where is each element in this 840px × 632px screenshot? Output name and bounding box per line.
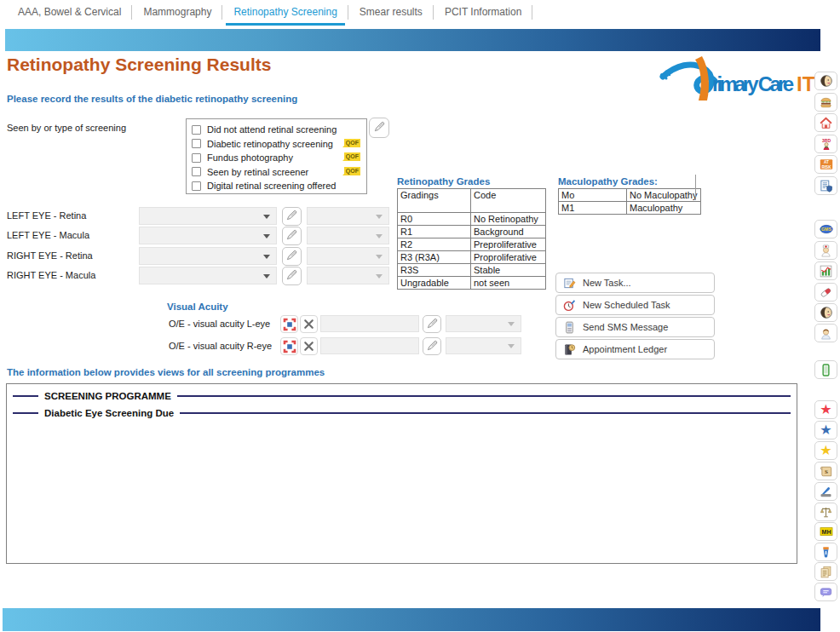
clear-icon[interactable] (300, 337, 318, 355)
third-party-icon[interactable]: 3RD (814, 135, 837, 153)
screening-option-row: Did not attend retinal screening (192, 123, 362, 137)
measure-icon[interactable] (280, 337, 298, 355)
speech-bubble-icon[interactable] (814, 583, 837, 601)
left-eye-macula-select[interactable] (139, 227, 277, 244)
left-eye-macula-secondary-select[interactable] (307, 227, 389, 244)
chevron-down-icon (263, 234, 270, 238)
page-title: Retinopathy Screening Results (7, 55, 271, 75)
checkbox[interactable] (192, 181, 201, 191)
send-sms-message-button[interactable]: Send SMS Message (555, 317, 715, 337)
field-label: LEFT EYE - Retina (7, 207, 86, 225)
pencil-icon (426, 317, 439, 332)
field-label: O/E - visual acuity R-eye (169, 337, 272, 355)
profile-icon[interactable] (814, 72, 837, 90)
tab-retinopathy-screening[interactable]: Retinopathy Screening (222, 0, 348, 26)
action-button-label: Appointment Ledger (583, 344, 667, 354)
grade-cell: No Maculopathy (627, 189, 701, 202)
right-eye-macula-secondary-select[interactable] (307, 267, 389, 284)
tab-pcit-information[interactable]: PCIT Information (434, 0, 532, 26)
at-risk-icon[interactable]: ATRISK (814, 155, 837, 174)
profile-2-icon[interactable] (814, 303, 837, 322)
right-eye-retina-select[interactable] (139, 247, 277, 265)
pencil-icon (373, 120, 386, 135)
appointment-ledger-button[interactable]: Appointment Ledger (555, 339, 715, 359)
new-task-button[interactable]: New Task... (555, 273, 715, 293)
chevron-down-icon (263, 274, 270, 279)
o-e-visual-acuity-l-eye-input[interactable] (320, 315, 419, 332)
torch-icon[interactable] (814, 543, 837, 561)
o-e-visual-acuity-r-eye-select[interactable] (446, 337, 521, 354)
blue-star-icon[interactable]: ★ (814, 421, 837, 440)
nurse-icon[interactable] (814, 241, 837, 260)
edit-button[interactable] (423, 315, 441, 333)
checkbox-label: Digital retinal screening offered (207, 181, 336, 191)
scales-icon[interactable] (814, 503, 837, 521)
medication-icon[interactable] (814, 283, 837, 302)
red-star-icon[interactable]: ★ (814, 400, 837, 419)
checkbox[interactable] (192, 139, 201, 148)
documents-icon[interactable] (814, 562, 837, 581)
screening-programme-divider: SCREENING PROGRAMME (13, 389, 791, 403)
logo-text-it: IT (797, 72, 815, 95)
ledger-icon (563, 343, 577, 356)
scroll-icon[interactable]: S (814, 462, 837, 480)
svg-text:AT: AT (824, 160, 829, 164)
right-eye-retina-secondary-select[interactable] (307, 247, 389, 265)
right-eye-macula-select[interactable] (139, 267, 277, 284)
divider-line (13, 412, 38, 414)
field-label: RIGHT EYE - Macula (7, 267, 95, 284)
checkbox[interactable] (192, 125, 201, 135)
svg-text:GMS: GMS (821, 227, 831, 232)
sms-icon (563, 321, 577, 334)
document-shield-icon[interactable] (814, 176, 837, 195)
edit-button[interactable] (282, 247, 302, 266)
checkbox[interactable] (192, 153, 201, 163)
yellow-star-icon[interactable]: ★ (814, 441, 837, 460)
left-eye-retina-select[interactable] (139, 207, 277, 225)
tab-aaa-bowel-cervical[interactable]: AAA, Bowel & Cervical (7, 0, 132, 26)
screening-edit-button[interactable] (369, 118, 389, 138)
chevron-down-icon (376, 215, 383, 219)
patient-icon[interactable] (814, 324, 837, 342)
checkbox[interactable] (192, 167, 201, 176)
burger-icon[interactable] (814, 93, 837, 112)
top-gradient-bar (5, 29, 820, 51)
logo-text-blue: rimary Care (712, 72, 794, 95)
field-label: LEFT EYE - Macula (7, 227, 89, 244)
page-subtitle: Please record the results of the diabeti… (7, 94, 297, 104)
primary-care-it-logo: rimary Care IT (658, 54, 816, 105)
action-button-label: Send SMS Message (583, 322, 668, 332)
brush-icon[interactable] (814, 482, 837, 501)
o-e-visual-acuity-r-eye-row: O/E - visual acuity R-eye (0, 337, 562, 356)
table-row: MoNo Maculopathy (559, 189, 701, 202)
o-e-visual-acuity-l-eye-select[interactable] (446, 315, 521, 332)
maculopathy-grades-title: Maculopathy Grades: (558, 176, 658, 187)
tab-mammography[interactable]: Mammography (132, 0, 222, 26)
house-icon[interactable] (814, 113, 837, 132)
chevron-down-icon (508, 344, 515, 348)
measure-icon[interactable] (280, 315, 298, 333)
left-eye-retina-row: LEFT EYE - Retina (0, 207, 562, 226)
edit-button[interactable] (423, 337, 441, 355)
screening-type-list: Did not attend retinal screeningDiabetic… (186, 118, 367, 194)
clear-icon[interactable] (300, 315, 318, 333)
edit-button[interactable] (282, 227, 302, 245)
chart-icon[interactable] (814, 261, 837, 280)
table-row: M1Maculopathy (559, 202, 701, 215)
chevron-down-icon (376, 255, 383, 259)
edit-button[interactable] (282, 207, 302, 226)
new-scheduled-task-button[interactable]: New Scheduled Task (555, 295, 715, 315)
left-eye-retina-secondary-select[interactable] (307, 207, 389, 225)
grade-cell: Mo (559, 189, 627, 202)
svg-text:3RD: 3RD (821, 138, 830, 143)
chevron-down-icon (508, 322, 515, 326)
o-e-visual-acuity-r-eye-input[interactable] (320, 337, 419, 354)
mh-icon[interactable]: MH (814, 522, 837, 541)
svg-text:MH: MH (821, 529, 831, 535)
qof-badge: QOF (344, 152, 360, 161)
tab-smear-results[interactable]: Smear results (348, 0, 434, 26)
mobile-phone-icon[interactable] (814, 360, 837, 379)
edit-button[interactable] (282, 267, 302, 285)
gms-icon[interactable]: GMS (814, 220, 837, 238)
ribbon-graphic: rimary Care IT (658, 54, 816, 105)
